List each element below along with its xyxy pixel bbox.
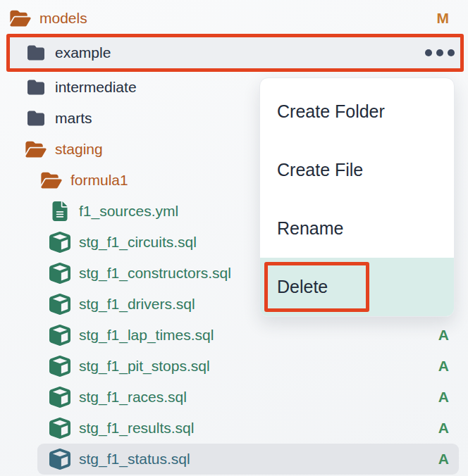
tree-item-example[interactable]: example: [6, 34, 464, 72]
menu-item-label: Rename: [277, 218, 344, 239]
cube-icon: [48, 387, 72, 408]
tree-item-stg_f1_lap_times-sql[interactable]: stg_f1_lap_times.sql A: [0, 320, 468, 351]
file-name: staging: [55, 141, 103, 158]
folder-icon: [24, 44, 48, 61]
file-name: models: [39, 10, 87, 27]
file-explorer-panel: models M example intermediate marts stag…: [0, 0, 468, 476]
file-name: stg_f1_races.sql: [79, 389, 187, 406]
file-name: f1_sources.yml: [79, 203, 178, 220]
context-menu: Create Folder Create File Rename Delete: [259, 77, 455, 317]
folder-icon: [24, 79, 48, 96]
folder-open-icon: [8, 9, 32, 27]
menu-item-create-folder[interactable]: Create Folder: [260, 82, 454, 141]
git-status-badge: M: [437, 10, 468, 27]
git-status-badge: A: [438, 451, 459, 468]
tree-item-stg_f1_races-sql[interactable]: stg_f1_races.sql A: [0, 382, 468, 413]
file-name: stg_f1_status.sql: [79, 451, 190, 468]
file-name: example: [55, 44, 111, 61]
menu-item-create-file[interactable]: Create File: [260, 141, 454, 199]
cube-icon: [48, 325, 72, 346]
tree-item-models[interactable]: models M: [0, 3, 468, 34]
folder-open-icon: [24, 140, 48, 158]
folder-open-icon: [39, 171, 63, 189]
menu-item-label: Create File: [277, 160, 363, 180]
file-name: stg_f1_pit_stops.sql: [79, 358, 210, 375]
tree-item-stg_f1_pit_stops-sql[interactable]: stg_f1_pit_stops.sql A: [0, 351, 468, 382]
file-name: formula1: [70, 172, 128, 189]
menu-item-label: Create Folder: [277, 101, 385, 122]
file-name: stg_f1_drivers.sql: [79, 296, 195, 313]
cube-icon: [48, 263, 72, 284]
file-lines-icon: [48, 201, 72, 221]
tree-item-stg_f1_status-sql[interactable]: stg_f1_status.sql A: [37, 444, 459, 475]
ellipsis-menu-icon[interactable]: [425, 49, 460, 56]
git-status-badge: A: [438, 327, 468, 344]
git-status-badge: A: [438, 358, 468, 375]
menu-item-label: Delete: [277, 277, 328, 297]
file-name: stg_f1_results.sql: [79, 420, 194, 437]
folder-icon: [24, 110, 48, 127]
cube-icon: [48, 356, 72, 377]
cube-icon: [48, 294, 72, 315]
file-name: stg_f1_lap_times.sql: [79, 327, 214, 344]
cube-icon: [48, 449, 72, 470]
git-status-badge: A: [438, 420, 468, 437]
file-name: stg_f1_constructors.sql: [79, 265, 231, 282]
annotation-box: Delete: [264, 262, 369, 312]
file-name: intermediate: [55, 79, 137, 96]
cube-icon: [48, 418, 72, 439]
menu-item-rename[interactable]: Rename: [260, 199, 454, 258]
tree-item-stg_f1_results-sql[interactable]: stg_f1_results.sql A: [0, 413, 468, 444]
file-name: marts: [55, 110, 92, 127]
menu-item-delete[interactable]: Delete: [260, 258, 454, 316]
file-name: stg_f1_circuits.sql: [79, 234, 197, 251]
cube-icon: [48, 232, 72, 253]
git-status-badge: A: [438, 389, 468, 406]
